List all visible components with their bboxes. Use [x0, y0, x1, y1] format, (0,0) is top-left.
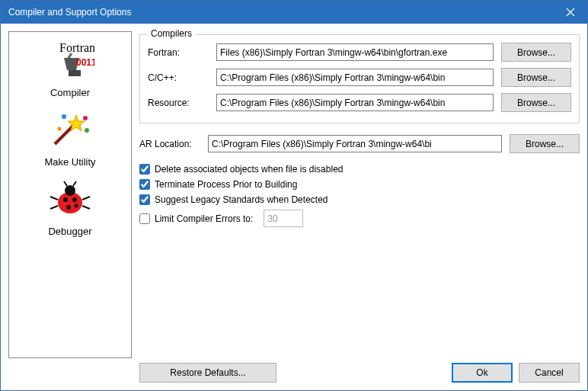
cancel-button[interactable]: Cancel: [519, 363, 580, 383]
close-icon[interactable]: [553, 1, 587, 24]
svg-line-16: [64, 181, 67, 186]
svg-point-12: [63, 197, 68, 202]
resource-input[interactable]: [216, 94, 494, 111]
svg-line-17: [73, 181, 76, 186]
cpp-input[interactable]: [216, 69, 494, 86]
fortran-icon: Fortran 0011: [46, 41, 94, 84]
fortran-browse-button[interactable]: Browse...: [501, 43, 571, 62]
ok-button[interactable]: Ok: [452, 363, 513, 383]
limit-errors-checkbox[interactable]: [139, 213, 150, 224]
svg-point-7: [62, 114, 66, 119]
sidebar-item-compiler[interactable]: Fortran 0011 Compiler: [9, 38, 131, 107]
ar-label: AR Location:: [139, 139, 208, 149]
svg-line-21: [82, 206, 90, 209]
delete-objects-label: Delete associated objects when file is d…: [155, 164, 343, 175]
main-panel: Compilers Fortran: Browse... C/C++: Brow…: [139, 31, 580, 358]
svg-point-11: [65, 185, 75, 196]
checks-area: Delete associated objects when file is d…: [139, 164, 580, 232]
fortran-input[interactable]: [216, 43, 494, 61]
sidebar-item-label: Make Utility: [9, 156, 131, 168]
fortran-label: Fortran:: [148, 47, 216, 58]
compilers-group: Compilers Fortran: Browse... C/C++: Brow…: [139, 34, 580, 123]
terminate-label: Terminate Process Prior to Building: [155, 179, 297, 190]
cpp-browse-button[interactable]: Browse...: [501, 68, 571, 87]
group-legend: Compilers: [148, 28, 195, 39]
ar-input[interactable]: [208, 135, 502, 152]
cpp-row: C/C++: Browse...: [148, 68, 571, 87]
svg-point-6: [83, 116, 88, 120]
titlebar: Compiler and Support Options: [1, 1, 587, 24]
resource-browse-button[interactable]: Browse...: [501, 93, 571, 112]
svg-text:0011: 0011: [76, 57, 94, 68]
dialog-window: Compiler and Support Options Fortran 001…: [0, 0, 588, 391]
fortran-row: Fortran: Browse...: [148, 43, 571, 62]
ar-browse-button[interactable]: Browse...: [510, 134, 580, 153]
limit-errors-input[interactable]: [264, 210, 303, 227]
resource-row: Resource: Browse...: [148, 93, 571, 112]
svg-point-14: [66, 205, 71, 210]
cpp-label: C/C++:: [148, 72, 216, 83]
sidebar-item-label: Debugger: [9, 226, 131, 237]
svg-line-18: [50, 197, 58, 200]
sidebar-item-label: Compiler: [9, 87, 131, 98]
limit-errors-label: Limit Compiler Errors to:: [155, 213, 253, 224]
svg-line-19: [50, 206, 58, 209]
svg-rect-2: [69, 70, 81, 76]
terminate-checkbox[interactable]: [139, 179, 150, 190]
svg-point-13: [72, 197, 77, 202]
restore-defaults-button[interactable]: Restore Defaults...: [139, 363, 276, 383]
legacy-label: Suggest Legacy Standards when Detected: [155, 194, 328, 205]
sidebar-item-make-utility[interactable]: Make Utility: [9, 107, 131, 177]
delete-objects-checkbox[interactable]: [139, 164, 150, 175]
bug-icon: [46, 180, 94, 223]
sidebar-item-debugger[interactable]: Debugger: [9, 177, 131, 246]
legacy-checkbox[interactable]: [139, 194, 150, 205]
magic-wand-icon: [46, 111, 94, 153]
svg-point-9: [58, 127, 62, 131]
svg-point-8: [85, 128, 89, 133]
svg-line-20: [82, 197, 90, 200]
window-title: Compiler and Support Options: [8, 7, 553, 18]
resource-label: Resource:: [148, 98, 216, 108]
svg-text:Fortran: Fortran: [59, 41, 94, 54]
svg-point-15: [75, 204, 78, 208]
ar-row: AR Location: Browse...: [139, 134, 580, 153]
sidebar: Fortran 0011 Compiler Make Utilit: [8, 31, 132, 358]
footer: Restore Defaults... Ok Cancel: [1, 358, 587, 390]
